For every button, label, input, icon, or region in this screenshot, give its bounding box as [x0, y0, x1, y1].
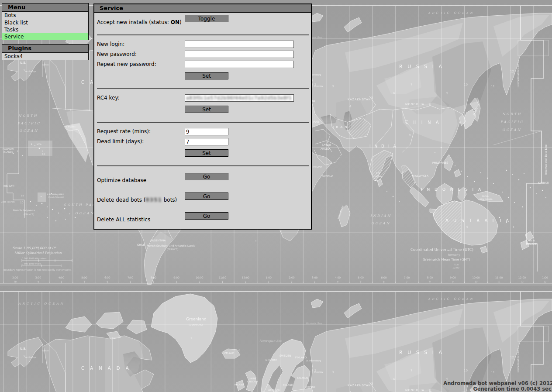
divider	[97, 34, 309, 35]
plugins-box: Plugins Socks4	[2, 44, 89, 60]
redacted-bot-count: 8351	[145, 197, 162, 203]
repeat-password-label: Repeat new password:	[97, 61, 156, 67]
service-panel: Service Accept new installs (status: ON)…	[93, 3, 312, 230]
delete-dead-bots-label-suffix: bots)	[162, 197, 177, 203]
map-tile-bottom	[0, 286, 552, 392]
sidebar-item-tasks[interactable]: Tasks	[2, 26, 88, 33]
optimize-database-label: Optimize database	[97, 177, 146, 183]
accept-installs-label: Accept new installs (status: ON)	[97, 19, 182, 25]
delete-all-statistics-label: Delete ALL statistics	[97, 217, 150, 223]
delete-dead-bots-go-button[interactable]: Go	[185, 193, 228, 200]
new-login-input[interactable]	[185, 41, 294, 48]
new-password-input[interactable]	[185, 51, 294, 58]
new-password-label: New password:	[97, 51, 137, 57]
request-rate-label: Request rate (mins):	[97, 128, 151, 134]
redacted-rc4-value: a83f0c1e57d2b96f44e01c7a92d5b3e8f1	[186, 95, 292, 101]
toggle-button[interactable]: Toggle	[185, 15, 228, 22]
rc4-key-label: RC4 key:	[97, 95, 120, 101]
plugins-header: Plugins	[2, 45, 88, 53]
footer-line-2: Generation time 0.0043 sec.	[443, 386, 552, 392]
sidebar-item-service[interactable]: Service	[2, 33, 88, 40]
optimize-database-go-button[interactable]: Go	[185, 173, 228, 180]
sidebar-item-black-list[interactable]: Black list	[2, 19, 88, 26]
footer-credits: Andromeda bot webpanel v06 (c) 2012 Gene…	[443, 381, 552, 392]
dead-limit-label: Dead limit (days):	[97, 138, 144, 144]
menu-box: Menu Bots Black list Tasks Service	[2, 3, 89, 40]
credentials-set-button[interactable]: Set	[185, 72, 228, 79]
repeat-password-input[interactable]	[185, 61, 294, 68]
new-login-label: New login:	[97, 41, 124, 47]
limits-set-button[interactable]: Set	[185, 149, 228, 157]
service-panel-body: Accept new installs (status: ON) Toggle …	[94, 14, 311, 229]
sidebar-item-bots[interactable]: Bots	[2, 12, 88, 19]
delete-dead-bots-label-prefix: Delete dead bots (	[97, 197, 145, 203]
dead-limit-input[interactable]	[185, 138, 228, 145]
sidebar-item-socks4[interactable]: Socks4	[2, 53, 88, 60]
divider	[97, 122, 309, 123]
status-value: ON	[171, 19, 179, 25]
accept-installs-label-prefix: Accept new installs (status:	[97, 19, 171, 25]
divider	[97, 88, 309, 89]
menu-header: Menu	[2, 3, 88, 12]
rc4-key-input[interactable]: a83f0c1e57d2b96f44e01c7a92d5b3e8f1	[185, 94, 294, 102]
service-panel-header: Service	[94, 4, 311, 13]
divider	[97, 165, 309, 166]
delete-dead-bots-label: Delete dead bots (8351 bots)	[97, 197, 177, 203]
accept-installs-label-suffix: )	[179, 19, 182, 25]
delete-all-statistics-go-button[interactable]: Go	[185, 212, 228, 220]
request-rate-input[interactable]	[185, 128, 228, 135]
rc4-set-button[interactable]: Set	[185, 106, 228, 113]
